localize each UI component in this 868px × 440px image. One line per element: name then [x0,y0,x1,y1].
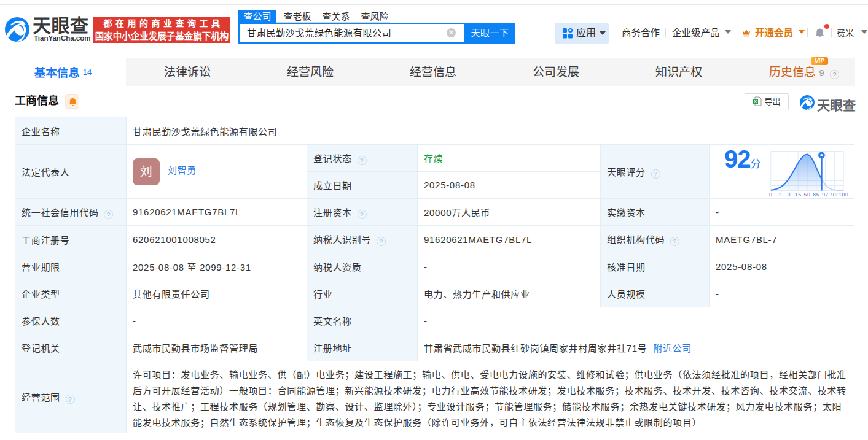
svg-text:X: X [754,99,757,104]
svg-text:100: 100 [839,191,848,197]
svg-text:85: 85 [813,191,819,197]
svg-text:97: 97 [822,191,829,197]
svg-text:0: 0 [769,191,772,197]
svg-text:50: 50 [804,191,811,197]
svg-text:15: 15 [795,191,802,197]
svg-text:1: 1 [778,191,781,197]
svg-text:3: 3 [788,191,791,197]
svg-text:99: 99 [831,191,838,197]
